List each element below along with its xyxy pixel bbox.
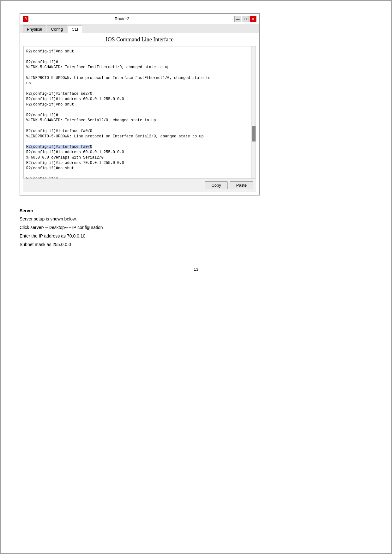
- tab-cli[interactable]: CLI: [68, 25, 82, 33]
- tab-config[interactable]: Config: [47, 25, 67, 33]
- paragraph-2: Click server-→Desktop--→IP configuration: [20, 224, 372, 231]
- cli-buttons: Copy Paste: [23, 179, 256, 192]
- scrollbar-track[interactable]: [251, 46, 256, 178]
- terminal-content: R2(config-if)#no shut R2(config-if)# %LI…: [26, 49, 253, 179]
- window-titlebar: R Router2 — □ ×: [20, 14, 259, 24]
- close-button[interactable]: ×: [250, 16, 256, 22]
- section-heading: Server: [20, 208, 372, 213]
- scrollbar-thumb[interactable]: [252, 126, 256, 142]
- router-icon: R: [23, 16, 28, 22]
- cli-terminal[interactable]: R2(config-if)#no shut R2(config-if)# %LI…: [23, 46, 256, 179]
- router-window: R Router2 — □ × Physical Config CLI IOS …: [20, 13, 260, 196]
- paste-button[interactable]: Paste: [230, 181, 253, 189]
- cli-title: IOS Command Line Interface: [23, 36, 256, 43]
- body-section: Server Server setup is shown below. Clic…: [20, 208, 372, 248]
- maximize-button[interactable]: □: [242, 16, 249, 22]
- window-tabs: Physical Config CLI: [20, 24, 259, 33]
- copy-button[interactable]: Copy: [205, 181, 227, 189]
- cli-area: IOS Command Line Interface R2(config-if)…: [20, 33, 259, 195]
- minimize-button[interactable]: —: [234, 16, 241, 22]
- window-controls: — □ ×: [234, 16, 256, 22]
- paragraph-4: Subnet mask as 255.0.0.0: [20, 241, 372, 248]
- paragraph-1: Server setup is shown below.: [20, 216, 372, 222]
- page-number: 13: [20, 267, 372, 278]
- titlebar-left: R: [23, 16, 28, 22]
- window-title: Router2: [28, 16, 215, 21]
- tab-physical[interactable]: Physical: [23, 25, 46, 33]
- paragraph-3: Enter the IP address as 70.0.0.10: [20, 233, 372, 239]
